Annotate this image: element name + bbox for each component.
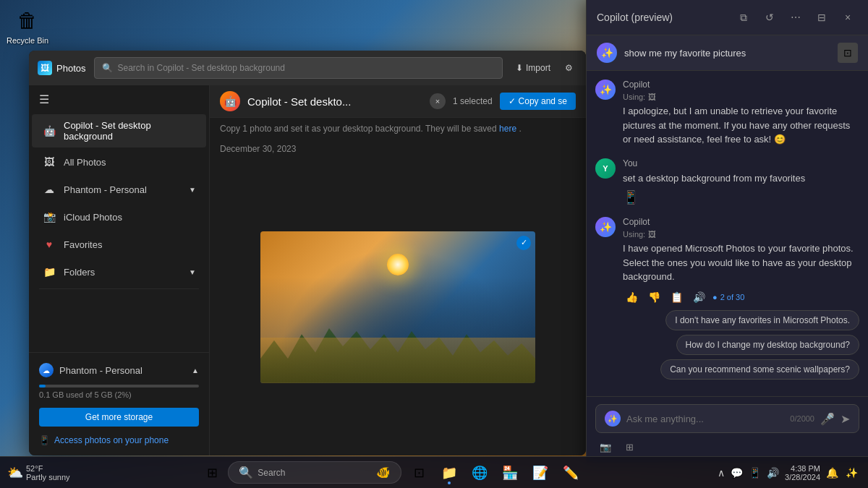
sidebar-item-copilot-desktop[interactable]: 🤖 Copilot - Set desktop background: [32, 114, 206, 147]
search-icon: 🔍: [102, 63, 113, 73]
windows-icon: ⊞: [207, 465, 218, 481]
suggestion-3[interactable]: Can you recommend some scenic wallpapers…: [660, 359, 859, 380]
taskbar-store[interactable]: 🏪: [497, 460, 523, 486]
chat-message-2: Y You set a desktop background from my f…: [595, 158, 859, 206]
photo-container[interactable]: ✓: [260, 231, 535, 383]
taskbar-phone-icon[interactable]: 📱: [747, 466, 762, 480]
taskbar-edge[interactable]: 🌐: [467, 460, 493, 486]
copilot-title: Copilot (preview): [597, 12, 728, 23]
import-button[interactable]: ⬇ Import: [511, 60, 555, 76]
chat-text-3: I have opened Microsoft Photos to your f…: [623, 241, 859, 284]
chat-input-field[interactable]: [626, 414, 784, 424]
chat-messages: ✨ Copilot Using: 🖼 I apologize, but I am…: [587, 71, 868, 396]
search-extra-icon: 🐠: [376, 466, 391, 479]
settings-button[interactable]: ⚙: [561, 60, 577, 76]
suggestion-1[interactable]: I don't have any favorites in Microsoft …: [665, 310, 859, 330]
copilot-refresh-button[interactable]: ↺: [760, 7, 780, 27]
sidebar-label-folders: Folders: [64, 267, 95, 278]
mic-button[interactable]: 🎤: [820, 412, 835, 426]
notification-icon[interactable]: 🔔: [825, 466, 840, 480]
phantom-section-header[interactable]: ☁ Phantom - Personal ▲: [35, 359, 203, 382]
photos-logo-icon: 🖼: [38, 61, 52, 75]
chat-sender-2: You: [623, 158, 859, 168]
deselect-button[interactable]: ×: [430, 93, 446, 109]
copilot-open-button[interactable]: ⧉: [733, 7, 754, 27]
photos-app-title: Photos: [56, 63, 85, 74]
taskbar-volume-icon[interactable]: 🔊: [765, 466, 780, 480]
sidebar-item-folders[interactable]: 📁 Folders ▼: [32, 259, 206, 285]
access-phone-text: Access photos on your phone: [54, 435, 169, 445]
search-placeholder: Search in Copilot - Set desktop backgrou…: [117, 63, 284, 73]
taskbar-task-view[interactable]: ⊡: [406, 460, 432, 486]
photo-content-area: ✓: [210, 158, 586, 455]
photo-image[interactable]: [260, 231, 535, 383]
photos-main-content: 🤖 Copilot - Set deskto... × 1 selected ✓…: [210, 85, 586, 455]
recycle-bin-icon: 🗑: [13, 6, 42, 35]
sidebar-item-phantom-personal[interactable]: ☁ Phantom - Personal ▼: [32, 176, 206, 202]
all-photos-icon: 🖼: [42, 155, 56, 169]
chat-content-1: Copilot Using: 🖼 I apologize, but I am u…: [623, 80, 859, 147]
taskbar-clock[interactable]: 4:38 PM 3/28/2024: [785, 464, 820, 481]
storage-bar-container: 0.1 GB used of 5 GB (2%): [35, 382, 203, 403]
import-icon: ⬇: [516, 63, 523, 73]
user-query-icon[interactable]: ⊡: [838, 43, 858, 63]
sidebar-label-all-photos: All Photos: [64, 157, 106, 168]
photos-search-bar[interactable]: 🔍 Search in Copilot - Set desktop backgr…: [94, 57, 503, 79]
sidebar-item-icloud[interactable]: 📸 iCloud Photos: [32, 204, 206, 230]
photo-check-indicator: ✓: [516, 236, 531, 250]
progress-indicator: ● 2 of 30: [712, 293, 744, 301]
char-count: 0/2000: [790, 414, 814, 423]
sidebar-item-favorites[interactable]: ♥ Favorites: [32, 231, 206, 257]
sidebar-item-all-photos[interactable]: 🖼 All Photos: [32, 149, 206, 175]
get-storage-button[interactable]: Get more storage: [39, 408, 199, 427]
taskbar-file-explorer[interactable]: 📁: [436, 460, 462, 486]
taskbar-center: ⊞ 🔍 Search 🐠 ⊡ 📁 🌐 🏪 📝 ✏️: [77, 460, 708, 486]
copilot-more-button[interactable]: ⋯: [786, 7, 806, 27]
chat-screenshot-button[interactable]: ⊞: [621, 439, 638, 455]
taskbar-pen[interactable]: ✏️: [558, 460, 584, 486]
taskbar-right-icons: ∧ 💬 📱 🔊: [716, 466, 780, 480]
photos-body: ☰ 🤖 Copilot - Set desktop background 🖼 A…: [29, 85, 586, 455]
sidebar-menu-button[interactable]: ☰: [29, 85, 209, 114]
progress-dot: ●: [712, 293, 718, 301]
start-button[interactable]: ⊞: [200, 461, 224, 484]
taskbar-weather[interactable]: ⛅ 52°F Partly sunny: [0, 464, 77, 481]
album-title: Copilot - Set deskto...: [247, 95, 422, 108]
volume-button[interactable]: 🔊: [690, 290, 708, 304]
copy-button[interactable]: 📋: [668, 290, 686, 304]
taskbar-notepad[interactable]: 📝: [527, 460, 553, 486]
taskbar-chat-icon[interactable]: 💬: [729, 466, 744, 480]
camera-icon: 📷: [600, 442, 611, 453]
chat-content-3: Copilot Using: 🖼 I have opened Microsoft…: [623, 217, 859, 380]
copilot-taskbar-icon[interactable]: ✨: [844, 466, 859, 480]
copy-set-button[interactable]: ✓ Copy and se: [500, 93, 576, 110]
thumbs-down-button[interactable]: 👎: [645, 290, 663, 304]
notepad-icon: 📝: [532, 465, 548, 481]
thumbs-up-button[interactable]: 👍: [623, 290, 641, 304]
copilot-layout-button[interactable]: ⊟: [812, 7, 832, 27]
photos-window: 🖼 Photos 🔍 Search in Copilot - Set deskt…: [29, 51, 586, 455]
expand-icon: ▼: [189, 186, 196, 194]
taskbar-chevron-up[interactable]: ∧: [716, 466, 726, 480]
using-label-1: Using:: [623, 93, 645, 101]
cloud-icon: ☁: [42, 182, 56, 197]
copilot-icon: 🤖: [42, 124, 56, 138]
chat-sender-3: Copilot: [623, 217, 859, 227]
taskbar: ⛅ 52°F Partly sunny ⊞ 🔍 Search 🐠 ⊡ 📁 🌐 🏪: [0, 456, 868, 488]
chat-camera-button[interactable]: 📷: [595, 439, 616, 455]
send-button[interactable]: ➤: [841, 412, 850, 426]
chat-actions-3: 👍 👎 📋 🔊 ● 2 of 30: [623, 290, 859, 304]
copilot-header: Copilot (preview) ⧉ ↺ ⋯ ⊟ ×: [587, 0, 868, 35]
copilot-close-button[interactable]: ×: [838, 7, 858, 27]
chat-input-box[interactable]: ✨ 0/2000 🎤 ➤: [595, 404, 859, 433]
query-avatar: ✨: [597, 43, 617, 63]
progress-text: 2 of 30: [720, 293, 745, 301]
access-phone-link[interactable]: 📱 Access photos on your phone: [35, 431, 203, 450]
recycle-bin[interactable]: 🗑 Recycle Bin: [6, 6, 49, 45]
copilot-avatar-3: ✨: [595, 217, 616, 237]
taskbar-search[interactable]: 🔍 Search 🐠: [228, 461, 401, 484]
photo-info-text: Copy 1 photo and set it as your desktop …: [220, 124, 497, 134]
suggestion-2[interactable]: How do I change my desktop background?: [676, 335, 859, 355]
task-view-icon: ⊡: [414, 465, 425, 481]
photo-info-link[interactable]: here: [499, 124, 516, 134]
